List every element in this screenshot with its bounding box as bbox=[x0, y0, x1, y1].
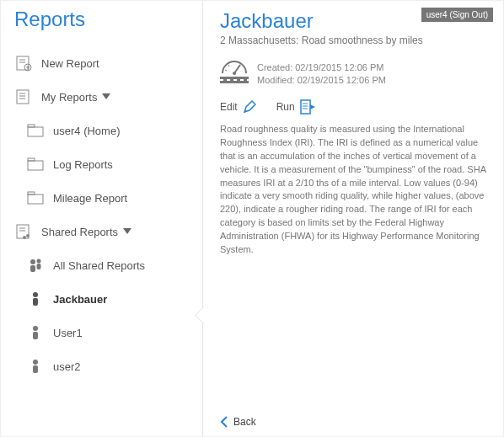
reports-heading: Reports bbox=[14, 8, 202, 31]
svg-point-27 bbox=[33, 292, 38, 297]
svg-rect-0 bbox=[17, 56, 29, 70]
svg-rect-13 bbox=[28, 161, 43, 170]
nav-user-home[interactable]: user4 (Home) bbox=[14, 114, 202, 147]
svg-rect-37 bbox=[301, 100, 310, 114]
svg-point-21 bbox=[23, 236, 26, 239]
back-label: Back bbox=[233, 416, 256, 428]
nav-label: All Shared Reports bbox=[53, 259, 145, 272]
svg-point-25 bbox=[37, 259, 41, 264]
caret-down-icon bbox=[123, 228, 131, 235]
person-icon bbox=[26, 290, 45, 308]
nav-label: Log Reports bbox=[53, 158, 113, 171]
nav-label: user2 bbox=[53, 360, 81, 373]
nav-label: User1 bbox=[53, 327, 83, 339]
svg-rect-11 bbox=[28, 127, 43, 136]
folder-icon bbox=[26, 189, 45, 207]
report-new-icon bbox=[14, 54, 33, 72]
person-icon bbox=[26, 357, 45, 376]
page-subtitle: 2 Massachusetts: Road smoothness by mile… bbox=[220, 35, 491, 46]
report-icon bbox=[14, 88, 33, 106]
svg-point-31 bbox=[33, 360, 38, 365]
person-icon bbox=[26, 323, 45, 342]
nav-jackbauer[interactable]: Jackbauer bbox=[14, 282, 202, 316]
svg-line-35 bbox=[225, 70, 227, 71]
nav-label: user4 (Home) bbox=[53, 125, 120, 137]
folder-icon bbox=[26, 155, 45, 173]
run-button[interactable]: Run bbox=[276, 99, 315, 115]
nav-label: New Report bbox=[41, 57, 99, 70]
meta-icons bbox=[220, 58, 257, 83]
nav-user1[interactable]: User1 bbox=[14, 316, 202, 349]
svg-rect-24 bbox=[30, 265, 35, 272]
pencil-icon bbox=[243, 100, 256, 114]
svg-rect-16 bbox=[28, 192, 35, 195]
svg-point-29 bbox=[33, 326, 38, 331]
svg-line-36 bbox=[228, 65, 229, 67]
svg-marker-22 bbox=[123, 228, 131, 234]
people-icon bbox=[26, 256, 45, 274]
svg-point-34 bbox=[233, 72, 236, 75]
meta-row: Created: 02/19/2015 12:06 PM Modified: 0… bbox=[220, 58, 491, 88]
svg-rect-28 bbox=[33, 298, 38, 306]
svg-rect-26 bbox=[37, 264, 41, 269]
action-label: Edit bbox=[220, 101, 238, 113]
report-shared-icon bbox=[14, 222, 33, 241]
nav-all-shared[interactable]: All Shared Reports bbox=[14, 248, 202, 282]
signout-button[interactable]: user4 (Sign Out) bbox=[421, 8, 493, 22]
nav-mileage-report[interactable]: Mileage Report bbox=[14, 181, 202, 215]
nav-label: Shared Reports bbox=[41, 226, 118, 238]
svg-point-23 bbox=[30, 259, 35, 264]
sidebar: Reports New Report My Reports user4 (Hom… bbox=[1, 1, 203, 436]
svg-marker-41 bbox=[310, 104, 315, 109]
nav-label: My Reports bbox=[41, 91, 97, 104]
nav-my-reports[interactable]: My Reports bbox=[14, 80, 202, 114]
folder-icon bbox=[26, 121, 45, 140]
modified-text: Modified: 02/19/2015 12:06 PM bbox=[257, 74, 386, 87]
svg-rect-14 bbox=[28, 158, 35, 161]
svg-rect-12 bbox=[28, 125, 35, 127]
nav-user2[interactable]: user2 bbox=[14, 349, 202, 383]
description-text: Road roughness quality is measured using… bbox=[220, 123, 491, 257]
nav-new-report[interactable]: New Report bbox=[14, 46, 202, 80]
gauge-icon bbox=[220, 58, 249, 75]
svg-marker-10 bbox=[102, 93, 110, 99]
main-panel: user4 (Sign Out) Jackbauer 2 Massachuset… bbox=[203, 1, 503, 436]
nav-log-reports[interactable]: Log Reports bbox=[14, 147, 202, 181]
nav-label: Mileage Report bbox=[53, 192, 127, 205]
created-text: Created: 02/19/2015 12:06 PM bbox=[257, 61, 386, 74]
road-icon bbox=[220, 77, 249, 83]
chevron-left-icon bbox=[220, 416, 228, 428]
edit-button[interactable]: Edit bbox=[220, 99, 256, 115]
svg-rect-6 bbox=[17, 90, 29, 104]
svg-rect-32 bbox=[33, 365, 38, 373]
svg-rect-30 bbox=[33, 332, 38, 339]
nav-shared-reports[interactable]: Shared Reports bbox=[14, 215, 202, 248]
nav-label: Jackbauer bbox=[53, 293, 107, 306]
caret-down-icon bbox=[102, 93, 110, 100]
active-pointer bbox=[193, 306, 203, 324]
svg-point-20 bbox=[26, 234, 29, 237]
svg-rect-15 bbox=[28, 195, 43, 204]
run-icon bbox=[300, 99, 315, 115]
action-label: Run bbox=[276, 101, 295, 113]
back-button[interactable]: Back bbox=[220, 416, 256, 428]
